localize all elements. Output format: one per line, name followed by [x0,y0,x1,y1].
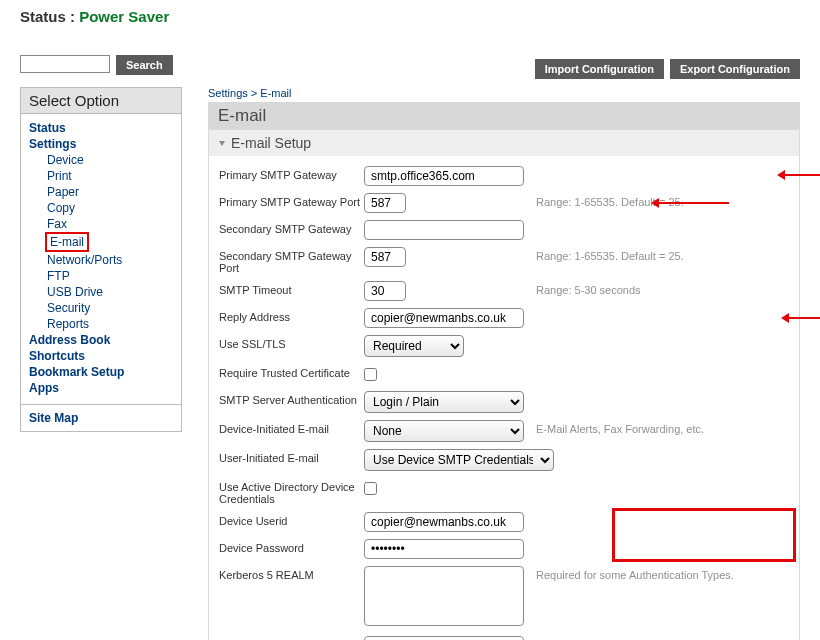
page-title: E-mail [208,102,800,130]
sidebar-item-email[interactable]: E-mail [50,234,84,250]
hint-kerberos: Required for some Authentication Types. [536,566,734,581]
label-trusted-cert: Require Trusted Certificate [219,364,364,379]
sidebar-item-shortcuts[interactable]: Shortcuts [29,348,173,364]
status-label: Status : [20,8,75,25]
label-device-password: Device Password [219,539,364,554]
annotation-arrow [789,317,820,319]
sidebar-item-status[interactable]: Status [29,120,173,136]
reply-address-input[interactable] [364,308,524,328]
label-device-userid: Device Userid [219,512,364,527]
label-kerberos: Kerberos 5 REALM [219,566,364,581]
label-smtp-timeout: SMTP Timeout [219,281,364,296]
sidebar-item-security[interactable]: Security [29,300,173,316]
label-secondary-gateway: Secondary SMTP Gateway [219,220,364,235]
label-reply-address: Reply Address [219,308,364,323]
label-primary-gateway: Primary SMTP Gateway [219,166,364,181]
sidebar-item-address-book[interactable]: Address Book [29,332,173,348]
device-password-input[interactable] [364,539,524,559]
label-use-ssl: Use SSL/TLS [219,335,364,350]
label-device-initiated: Device-Initiated E-mail [219,420,364,435]
use-ssl-select[interactable]: Required [364,335,464,357]
ad-creds-checkbox[interactable] [364,482,377,495]
trusted-cert-checkbox[interactable] [364,368,377,381]
sidebar-item-bookmark[interactable]: Bookmark Setup [29,364,173,380]
label-user-initiated: User-Initiated E-mail [219,449,364,464]
sidebar-item-apps[interactable]: Apps [29,380,173,396]
secondary-smtp-gateway-input[interactable] [364,220,524,240]
smtp-timeout-input[interactable] [364,281,406,301]
sidebar-heading: Select Option [21,88,181,114]
hint-device-initiated: E-Mail Alerts, Fax Forwarding, etc. [536,420,704,435]
search-input[interactable] [20,55,110,73]
export-config-button[interactable]: Export Configuration [670,59,800,79]
label-primary-port: Primary SMTP Gateway Port [219,193,364,208]
sidebar-item-reports[interactable]: Reports [29,316,173,332]
sidebar-item-email-highlight: E-mail [45,232,89,252]
hint-primary-port: Range: 1-65535. Default = 25. [536,193,684,208]
hint-smtp-timeout: Range: 5-30 seconds [536,281,641,296]
sidebar-item-fax[interactable]: Fax [29,216,173,232]
sidebar-item-settings[interactable]: Settings [29,136,173,152]
sidebar-site-map[interactable]: Site Map [29,411,78,425]
sidebar-item-ftp[interactable]: FTP [29,268,173,284]
label-ntlm: NTLM Domain [219,636,364,640]
primary-smtp-gateway-input[interactable] [364,166,524,186]
sidebar: Select Option Status Settings Device Pri… [20,87,182,432]
import-config-button[interactable]: Import Configuration [535,59,664,79]
chevron-down-icon [219,141,225,146]
user-initiated-select[interactable]: Use Device SMTP Credentials [364,449,554,471]
smtp-auth-select[interactable]: Login / Plain [364,391,524,413]
status-line: Status : Power Saver [20,8,169,25]
hint-ntlm: Required for NTLM Authentication. [536,636,705,640]
annotation-arrow [785,174,820,176]
label-ad-creds: Use Active Directory Device Credentials [219,478,364,505]
ntlm-domain-input[interactable] [364,636,524,640]
kerberos-realm-textarea[interactable] [364,566,524,626]
device-initiated-select[interactable]: None [364,420,524,442]
search-button[interactable]: Search [116,55,173,75]
label-secondary-port: Secondary SMTP Gateway Port [219,247,364,274]
sidebar-item-print[interactable]: Print [29,168,173,184]
annotation-arrow [659,202,729,204]
sidebar-item-device[interactable]: Device [29,152,173,168]
device-userid-input[interactable] [364,512,524,532]
section-header-email-setup[interactable]: E-mail Setup [209,130,799,156]
primary-smtp-port-input[interactable] [364,193,406,213]
status-value: Power Saver [79,8,169,25]
secondary-smtp-port-input[interactable] [364,247,406,267]
breadcrumb-email[interactable]: E-mail [260,87,291,99]
breadcrumb: Settings > E-mail [208,87,800,99]
sidebar-item-usb[interactable]: USB Drive [29,284,173,300]
sidebar-item-paper[interactable]: Paper [29,184,173,200]
sidebar-item-copy[interactable]: Copy [29,200,173,216]
sidebar-item-network[interactable]: Network/Ports [29,252,173,268]
label-smtp-auth: SMTP Server Authentication [219,391,364,406]
breadcrumb-settings[interactable]: Settings [208,87,248,99]
section-title: E-mail Setup [231,135,311,151]
hint-secondary-port: Range: 1-65535. Default = 25. [536,247,684,262]
